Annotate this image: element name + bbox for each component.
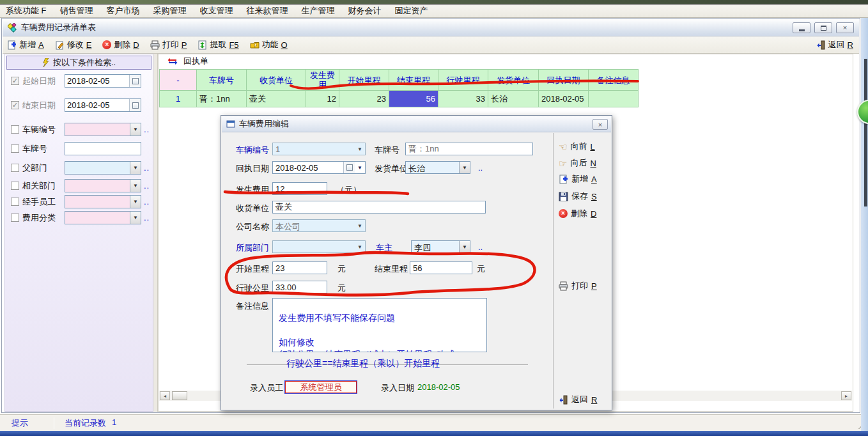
end-date-checkbox[interactable]: ✓ xyxy=(11,101,19,109)
cell-fee[interactable]: 12 xyxy=(306,91,339,107)
print-button[interactable]: 打印P xyxy=(150,39,187,51)
calendar-icon[interactable] xyxy=(129,99,141,111)
parent-dept-lookup[interactable]: .. xyxy=(144,163,150,173)
staff-checkbox[interactable] xyxy=(11,198,19,206)
menu-item-current-accounts[interactable]: 往来款管理 xyxy=(247,5,288,17)
cell-index[interactable]: 1 xyxy=(160,91,197,107)
panel-splitter[interactable] xyxy=(153,54,158,412)
dialog-add-button[interactable]: 新增A xyxy=(559,173,597,185)
fee-category-lookup[interactable]: .. xyxy=(144,213,150,222)
minimize-button[interactable] xyxy=(793,22,810,33)
extract-button[interactable]: 提取F5 xyxy=(198,39,238,51)
col-header-date[interactable]: 回执日期 xyxy=(539,69,589,91)
chevron-down-icon[interactable]: ▼ xyxy=(459,241,470,253)
table-row[interactable]: 1 晋：1nn 壶关 12 23 56 33 长治 2018-02-05 xyxy=(160,91,639,107)
vertical-scrollbar[interactable] xyxy=(864,59,867,206)
maximize-button[interactable] xyxy=(814,22,832,33)
vehicle-no-combo[interactable]: ▼ xyxy=(65,123,141,136)
plate-checkbox[interactable] xyxy=(11,144,19,153)
menu-item-production[interactable]: 生产管理 xyxy=(302,5,335,17)
save-button[interactable]: 保存S xyxy=(559,191,597,202)
delete-button[interactable]: × 删除D xyxy=(102,39,139,51)
start-mileage-input[interactable] xyxy=(272,261,327,274)
plate-input[interactable] xyxy=(65,142,141,155)
cell-plate[interactable]: 晋：1nn xyxy=(197,91,247,107)
sender-lookup[interactable]: .. xyxy=(478,163,483,173)
chevron-down-icon[interactable]: ▼ xyxy=(459,162,470,173)
scroll-left-icon[interactable]: ◂ xyxy=(160,391,170,400)
col-header-index[interactable]: - xyxy=(160,69,197,91)
dialog-close-button[interactable]: × xyxy=(593,119,608,130)
col-header-remark[interactable]: 备注信息 xyxy=(589,69,639,91)
dialog-back-button[interactable]: 返回R xyxy=(559,394,597,405)
chevron-down-icon[interactable]: ▼ xyxy=(355,162,365,173)
chevron-down-icon[interactable]: ▼ xyxy=(130,162,141,174)
end-date-field[interactable]: 2018-02-05 xyxy=(65,98,141,112)
dialog-delete-button[interactable]: × 删除D xyxy=(559,208,596,219)
add-button[interactable]: 新增A xyxy=(7,39,44,51)
entry-staff-box[interactable]: 系统管理员 xyxy=(285,381,357,393)
parent-dept-checkbox[interactable] xyxy=(11,164,19,172)
staff-combo[interactable]: ▼ xyxy=(65,195,141,208)
vehicle-no-checkbox[interactable] xyxy=(11,125,19,134)
calendar-icon[interactable] xyxy=(129,75,141,87)
col-header-end-mileage[interactable]: 结束里程 xyxy=(389,69,438,91)
receiver-input[interactable] xyxy=(272,201,486,214)
rel-dept-checkbox[interactable] xyxy=(11,182,19,190)
col-header-start-mileage[interactable]: 开始里程 xyxy=(339,69,389,91)
fee-category-combo[interactable]: ▼ xyxy=(65,211,141,224)
cell-remark[interactable] xyxy=(589,91,639,107)
calendar-icon[interactable] xyxy=(343,162,355,173)
col-header-fee[interactable]: 发生费用 xyxy=(306,69,339,91)
scroll-right-icon[interactable]: ▸ xyxy=(841,391,851,400)
list-tab-label[interactable]: 回执单 xyxy=(183,56,208,67)
end-mileage-input[interactable] xyxy=(410,261,472,274)
col-header-receiver[interactable]: 收货单位 xyxy=(247,69,306,91)
parent-dept-combo[interactable]: ▼ xyxy=(65,161,141,175)
remark-textarea[interactable]: 发生费用不填写不能保存问题 如何修改 行驶公里==结束里程（减去）开始里程 改成 xyxy=(272,298,487,352)
sender-combo[interactable]: 长治 ▼ xyxy=(405,161,470,174)
search-panel-header[interactable]: 按以下条件检索.. xyxy=(6,56,151,70)
cell-start-mileage[interactable]: 23 xyxy=(339,91,389,107)
col-header-plate[interactable]: 车牌号 xyxy=(197,69,247,91)
dialog-print-button[interactable]: 打印P xyxy=(559,280,597,292)
menu-item-sales[interactable]: 销售管理 xyxy=(60,5,93,17)
function-button[interactable]: 功能O xyxy=(250,39,288,51)
chevron-down-icon[interactable]: ▼ xyxy=(130,212,141,224)
owner-combo[interactable]: 李四 ▼ xyxy=(411,240,470,253)
menu-item-purchasing[interactable]: 采购管理 xyxy=(153,5,187,17)
cell-date[interactable]: 2018-02-05 xyxy=(539,91,589,107)
menu-item-income-expense[interactable]: 收支管理 xyxy=(200,5,233,17)
scrollbar-thumb[interactable] xyxy=(172,391,187,400)
close-button[interactable]: × xyxy=(836,22,854,33)
col-header-distance[interactable]: 行驶里程 xyxy=(438,69,488,91)
cell-receiver[interactable]: 壶关 xyxy=(247,91,306,107)
menu-item-finance[interactable]: 财务会计 xyxy=(348,5,382,17)
fee-category-checkbox[interactable] xyxy=(11,214,19,222)
cell-end-mileage-selected[interactable]: 56 xyxy=(389,91,438,107)
fee-input[interactable] xyxy=(272,182,327,195)
prev-button[interactable]: ☜ 向前L xyxy=(559,141,595,152)
chevron-down-icon[interactable]: ▼ xyxy=(130,180,141,192)
edit-button[interactable]: 修改E xyxy=(55,39,92,51)
rel-dept-combo[interactable]: ▼ xyxy=(65,179,141,192)
distance-input[interactable] xyxy=(272,281,327,293)
start-date-field[interactable]: 2018-02-05 xyxy=(65,74,141,88)
staff-lookup[interactable]: .. xyxy=(144,197,150,206)
receipt-date-field[interactable]: 2018-02-05 ▼ xyxy=(272,161,366,174)
vehicle-no-lookup[interactable]: .. xyxy=(144,125,150,134)
col-header-sender[interactable]: 发货单位 xyxy=(488,69,539,91)
rel-dept-lookup[interactable]: .. xyxy=(144,181,150,191)
cell-sender[interactable]: 长治 xyxy=(488,91,539,107)
plate-input[interactable] xyxy=(405,143,533,155)
next-button[interactable]: ☞ 向后N xyxy=(559,157,596,169)
menu-item-system[interactable]: 系统功能 F xyxy=(6,5,47,17)
start-date-checkbox[interactable]: ✓ xyxy=(11,77,19,85)
menu-item-customers[interactable]: 客户市场 xyxy=(107,5,140,17)
cell-distance[interactable]: 33 xyxy=(438,91,488,107)
back-button[interactable]: 返回R xyxy=(816,36,853,53)
menu-item-fixed-assets[interactable]: 固定资产 xyxy=(395,5,428,17)
chevron-down-icon[interactable]: ▼ xyxy=(130,196,141,208)
chevron-down-icon[interactable]: ▼ xyxy=(130,123,141,136)
owner-lookup[interactable]: .. xyxy=(478,242,483,252)
